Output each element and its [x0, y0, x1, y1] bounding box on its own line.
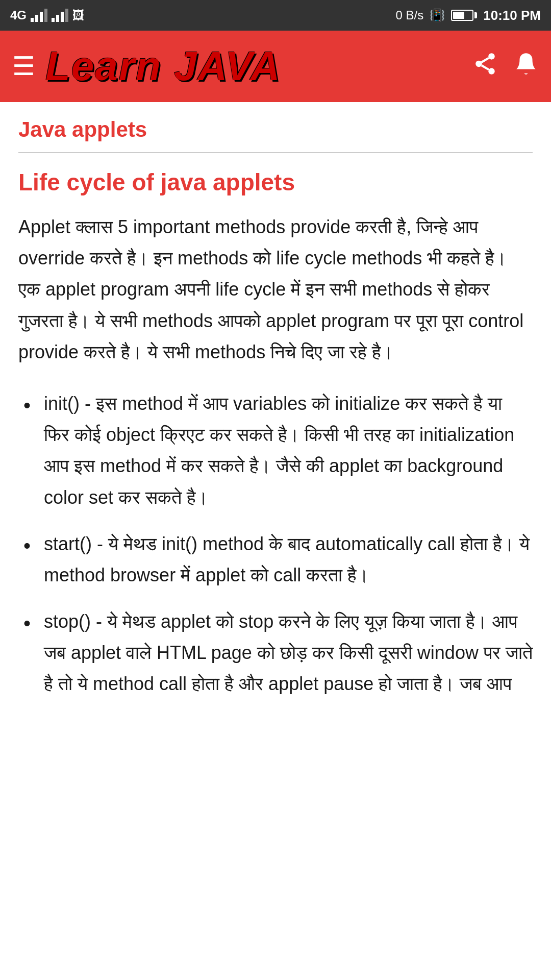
status-right: 0 B/s 📳 10:10 PM [396, 8, 541, 23]
image-icon: 🖼 [72, 8, 85, 22]
status-bar: 4G 🖼 0 B/s 📳 10:10 PM [0, 0, 551, 31]
list-item: init() - इस method में आप variables को i… [18, 388, 533, 513]
list-item: start() - ये मेथड init() method के बाद a… [18, 528, 533, 591]
app-title: Learn JAVA [45, 43, 281, 90]
list-item: stop() - ये मेथड applet को stop करने के … [18, 606, 533, 700]
method-start-desc: - ये मेथड init() method के बाद automatic… [44, 533, 530, 585]
time-display: 10:10 PM [483, 8, 541, 23]
vibrate-icon: 📳 [430, 8, 445, 22]
method-stop: stop() [44, 611, 91, 632]
battery-icon [451, 10, 477, 21]
svg-point-0 [488, 53, 495, 60]
svg-line-3 [482, 65, 489, 69]
intro-paragraph: Applet क्लास 5 important methods provide… [18, 211, 533, 368]
method-start: start() [44, 533, 92, 554]
signal-icon-2 [52, 9, 68, 22]
status-left: 4G 🖼 [10, 8, 85, 22]
header-icons [472, 51, 539, 82]
section-title: Java applets [18, 117, 533, 142]
content-area: Java applets Life cycle of java applets … [0, 102, 551, 730]
hamburger-menu-icon[interactable]: ☰ [12, 54, 35, 79]
network-type: 4G [10, 8, 27, 22]
divider [18, 152, 533, 153]
notification-bell-icon[interactable] [513, 51, 539, 82]
svg-line-4 [482, 58, 489, 62]
method-init: init() [44, 393, 80, 414]
svg-point-1 [475, 61, 482, 67]
svg-point-2 [488, 68, 495, 75]
sub-title: Life cycle of java applets [18, 168, 533, 196]
bullet-list: init() - इस method में आप variables को i… [18, 388, 533, 700]
header-left: ☰ Learn JAVA [12, 43, 281, 90]
signal-icon-1 [31, 9, 47, 22]
method-stop-desc: - ये मेथड applet को stop करने के लिए यूज… [44, 611, 533, 694]
network-speed: 0 B/s [396, 8, 424, 22]
share-icon[interactable] [472, 51, 498, 82]
app-header: ☰ Learn JAVA [0, 31, 551, 102]
method-init-desc: - इस method में आप variables को initiali… [44, 393, 514, 508]
